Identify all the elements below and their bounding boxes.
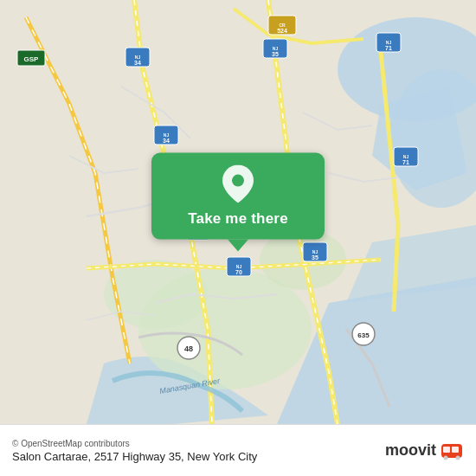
bottom-bar: © OpenStreetMap contributors Salon Carta… (0, 424, 476, 476)
moovit-logo-icon (440, 439, 464, 463)
box-pointer (228, 240, 248, 252)
svg-text:GSP: GSP (24, 55, 40, 63)
svg-text:635: 635 (357, 331, 370, 339)
cta-overlay: Take me there (151, 153, 325, 252)
svg-text:524: 524 (277, 28, 287, 34)
svg-text:71: 71 (385, 45, 392, 51)
svg-text:71: 71 (402, 159, 409, 165)
svg-point-43 (232, 175, 244, 187)
svg-text:48: 48 (184, 344, 193, 353)
location-info: © OpenStreetMap contributors Salon Carta… (12, 439, 257, 463)
svg-point-48 (456, 455, 460, 460)
svg-text:35: 35 (272, 51, 279, 57)
green-box[interactable]: Take me there (151, 153, 325, 240)
openstreetmap-credit: © OpenStreetMap contributors (12, 439, 257, 448)
svg-text:34: 34 (134, 60, 141, 66)
svg-text:34: 34 (163, 138, 170, 144)
map-container: NJ 34 NJ 34 NJ 34 NJ 35 NJ 35 NJ 71 NJ 7… (0, 0, 476, 424)
svg-text:70: 70 (235, 269, 242, 275)
svg-text:35: 35 (312, 254, 318, 261)
moovit-logo-text: moovit (385, 441, 436, 460)
location-name: Salon Cartarae, 2517 Highway 35, New Yor… (12, 450, 257, 463)
location-pin-icon (222, 165, 254, 203)
svg-point-47 (444, 455, 448, 460)
take-me-there-button[interactable]: Take me there (188, 210, 288, 228)
svg-rect-45 (443, 447, 450, 453)
svg-rect-46 (452, 447, 459, 453)
moovit-logo: moovit (385, 439, 464, 463)
